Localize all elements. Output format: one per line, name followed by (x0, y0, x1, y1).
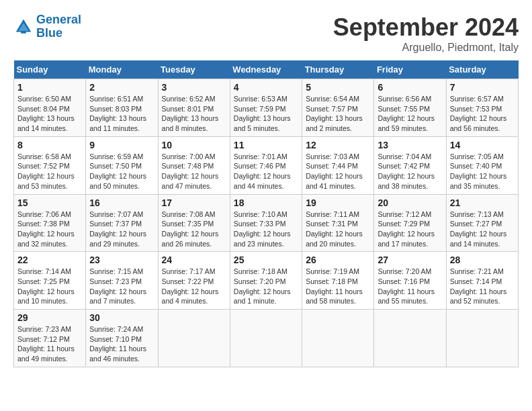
day-cell: 26 Sunrise: 7:19 AMSunset: 7:18 PMDaylig… (302, 252, 374, 310)
week-row-1: 1 Sunrise: 6:50 AMSunset: 8:04 PMDayligh… (14, 79, 519, 137)
day-number: 13 (378, 140, 442, 150)
day-info: Sunrise: 7:11 AMSunset: 7:31 PMDaylight:… (306, 210, 370, 249)
svg-rect-2 (21, 31, 26, 34)
day-cell: 27 Sunrise: 7:20 AMSunset: 7:16 PMDaylig… (374, 252, 446, 310)
day-number: 18 (234, 197, 298, 208)
day-cell: 6 Sunrise: 6:56 AMSunset: 7:55 PMDayligh… (374, 79, 446, 137)
logo-icon (13, 17, 34, 37)
day-info: Sunrise: 7:00 AMSunset: 7:48 PMDaylight:… (162, 152, 226, 191)
day-number: 9 (89, 140, 154, 150)
day-number: 1 (17, 82, 82, 93)
weekday-header-wednesday: Wednesday (230, 60, 302, 79)
day-info: Sunrise: 7:24 AMSunset: 7:10 PMDaylight:… (89, 324, 154, 364)
day-cell: 29 Sunrise: 7:23 AMSunset: 7:12 PMDaylig… (14, 310, 86, 367)
day-number: 12 (306, 140, 370, 150)
logo-line2: Blue (36, 26, 62, 40)
day-cell: 25 Sunrise: 7:18 AMSunset: 7:20 PMDaylig… (230, 252, 302, 310)
weekday-header-friday: Friday (374, 60, 446, 79)
weekday-header-thursday: Thursday (302, 60, 374, 79)
day-info: Sunrise: 6:51 AMSunset: 8:03 PMDaylight:… (89, 94, 154, 134)
calendar-table: SundayMondayTuesdayWednesdayThursdayFrid… (13, 60, 519, 367)
day-cell: 19 Sunrise: 7:11 AMSunset: 7:31 PMDaylig… (302, 194, 374, 252)
day-cell: 20 Sunrise: 7:12 AMSunset: 7:29 PMDaylig… (374, 194, 446, 252)
day-number: 26 (306, 255, 370, 265)
day-info: Sunrise: 7:17 AMSunset: 7:22 PMDaylight:… (162, 267, 226, 306)
day-info: Sunrise: 6:50 AMSunset: 8:04 PMDaylight:… (17, 94, 82, 134)
day-info: Sunrise: 6:56 AMSunset: 7:55 PMDaylight:… (378, 94, 442, 134)
day-info: Sunrise: 6:54 AMSunset: 7:57 PMDaylight:… (306, 94, 370, 134)
day-number: 23 (89, 255, 154, 265)
day-cell: 22 Sunrise: 7:14 AMSunset: 7:25 PMDaylig… (14, 252, 86, 310)
day-number: 6 (378, 82, 442, 93)
week-row-2: 8 Sunrise: 6:58 AMSunset: 7:52 PMDayligh… (14, 136, 519, 194)
day-info: Sunrise: 7:23 AMSunset: 7:12 PMDaylight:… (17, 324, 82, 364)
week-row-4: 22 Sunrise: 7:14 AMSunset: 7:25 PMDaylig… (14, 252, 519, 310)
day-info: Sunrise: 6:57 AMSunset: 7:53 PMDaylight:… (450, 94, 515, 134)
day-cell: 24 Sunrise: 7:17 AMSunset: 7:22 PMDaylig… (158, 252, 230, 310)
day-cell: 21 Sunrise: 7:13 AMSunset: 7:27 PMDaylig… (446, 194, 518, 252)
day-cell (230, 310, 302, 367)
day-info: Sunrise: 7:13 AMSunset: 7:27 PMDaylight:… (450, 210, 515, 249)
day-number: 30 (89, 312, 154, 323)
day-cell: 1 Sunrise: 6:50 AMSunset: 8:04 PMDayligh… (14, 79, 86, 137)
day-number: 29 (17, 312, 82, 323)
day-info: Sunrise: 7:12 AMSunset: 7:29 PMDaylight:… (378, 210, 442, 249)
day-number: 25 (234, 255, 298, 265)
weekday-header-sunday: Sunday (14, 60, 86, 79)
day-cell: 4 Sunrise: 6:53 AMSunset: 7:59 PMDayligh… (230, 79, 302, 137)
day-number: 15 (17, 197, 82, 208)
day-number: 7 (450, 82, 515, 93)
day-info: Sunrise: 7:10 AMSunset: 7:33 PMDaylight:… (234, 210, 298, 249)
day-info: Sunrise: 7:21 AMSunset: 7:14 PMDaylight:… (450, 267, 515, 306)
day-number: 11 (234, 140, 298, 150)
day-info: Sunrise: 7:14 AMSunset: 7:25 PMDaylight:… (17, 267, 82, 306)
logo: General Blue (13, 13, 81, 40)
day-number: 4 (234, 82, 298, 93)
day-info: Sunrise: 7:20 AMSunset: 7:16 PMDaylight:… (378, 267, 442, 306)
day-cell: 5 Sunrise: 6:54 AMSunset: 7:57 PMDayligh… (302, 79, 374, 137)
day-number: 8 (17, 140, 82, 150)
day-number: 21 (450, 197, 515, 208)
weekday-header-saturday: Saturday (446, 60, 518, 79)
weekday-header-monday: Monday (86, 60, 158, 79)
day-cell: 12 Sunrise: 7:03 AMSunset: 7:44 PMDaylig… (302, 136, 374, 194)
day-cell: 30 Sunrise: 7:24 AMSunset: 7:10 PMDaylig… (86, 310, 158, 367)
day-number: 2 (89, 82, 154, 93)
day-cell: 8 Sunrise: 6:58 AMSunset: 7:52 PMDayligh… (14, 136, 86, 194)
month-title: September 2024 (333, 13, 519, 42)
day-number: 24 (162, 255, 226, 265)
location: Arguello, Piedmont, Italy (333, 42, 519, 54)
day-info: Sunrise: 7:18 AMSunset: 7:20 PMDaylight:… (234, 267, 298, 306)
day-info: Sunrise: 7:05 AMSunset: 7:40 PMDaylight:… (450, 152, 515, 191)
day-cell: 11 Sunrise: 7:01 AMSunset: 7:46 PMDaylig… (230, 136, 302, 194)
day-cell: 17 Sunrise: 7:08 AMSunset: 7:35 PMDaylig… (158, 194, 230, 252)
day-cell (374, 310, 446, 367)
page-header: General Blue September 2024 Arguello, Pi… (13, 13, 519, 54)
day-number: 17 (162, 197, 226, 208)
day-cell: 10 Sunrise: 7:00 AMSunset: 7:48 PMDaylig… (158, 136, 230, 194)
week-row-3: 15 Sunrise: 7:06 AMSunset: 7:38 PMDaylig… (14, 194, 519, 252)
day-info: Sunrise: 7:19 AMSunset: 7:18 PMDaylight:… (306, 267, 370, 306)
weekday-header-row: SundayMondayTuesdayWednesdayThursdayFrid… (14, 60, 519, 79)
day-cell: 7 Sunrise: 6:57 AMSunset: 7:53 PMDayligh… (446, 79, 518, 137)
day-number: 10 (162, 140, 226, 150)
day-number: 16 (89, 197, 154, 208)
day-number: 28 (450, 255, 515, 265)
day-info: Sunrise: 6:59 AMSunset: 7:50 PMDaylight:… (89, 152, 154, 191)
day-number: 3 (162, 82, 226, 93)
day-info: Sunrise: 7:01 AMSunset: 7:46 PMDaylight:… (234, 152, 298, 191)
day-info: Sunrise: 7:08 AMSunset: 7:35 PMDaylight:… (162, 210, 226, 249)
day-cell: 28 Sunrise: 7:21 AMSunset: 7:14 PMDaylig… (446, 252, 518, 310)
logo-text: General Blue (36, 13, 81, 40)
day-cell: 3 Sunrise: 6:52 AMSunset: 8:01 PMDayligh… (158, 79, 230, 137)
day-info: Sunrise: 7:07 AMSunset: 7:37 PMDaylight:… (89, 210, 154, 249)
day-number: 14 (450, 140, 515, 150)
day-cell: 2 Sunrise: 6:51 AMSunset: 8:03 PMDayligh… (86, 79, 158, 137)
day-cell: 15 Sunrise: 7:06 AMSunset: 7:38 PMDaylig… (14, 194, 86, 252)
day-number: 27 (378, 255, 442, 265)
logo-line1: General (36, 13, 81, 26)
day-info: Sunrise: 7:04 AMSunset: 7:42 PMDaylight:… (378, 152, 442, 191)
day-info: Sunrise: 6:58 AMSunset: 7:52 PMDaylight:… (17, 152, 82, 191)
day-cell: 13 Sunrise: 7:04 AMSunset: 7:42 PMDaylig… (374, 136, 446, 194)
day-cell: 16 Sunrise: 7:07 AMSunset: 7:37 PMDaylig… (86, 194, 158, 252)
